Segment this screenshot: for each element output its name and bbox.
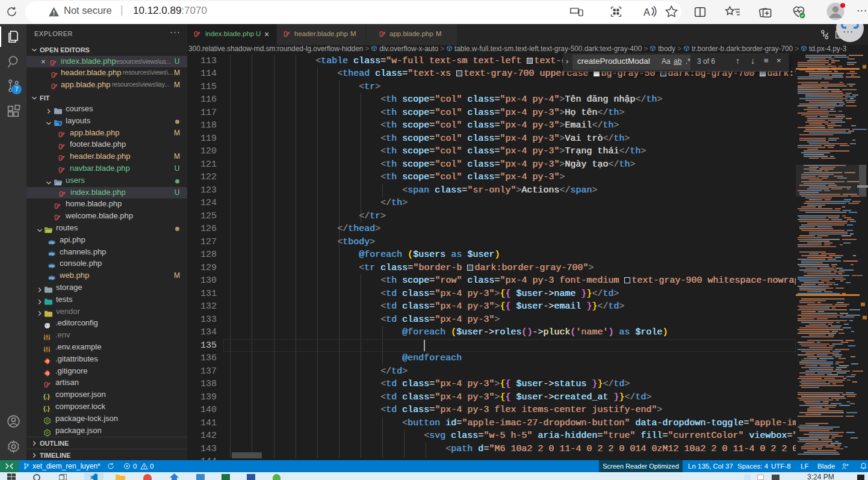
svg-text:php: php	[49, 241, 54, 244]
svg-text:php: php	[49, 253, 54, 256]
svg-text:A: A	[643, 7, 650, 17]
svg-text:php: php	[49, 277, 54, 280]
svg-text:php: php	[49, 265, 54, 268]
